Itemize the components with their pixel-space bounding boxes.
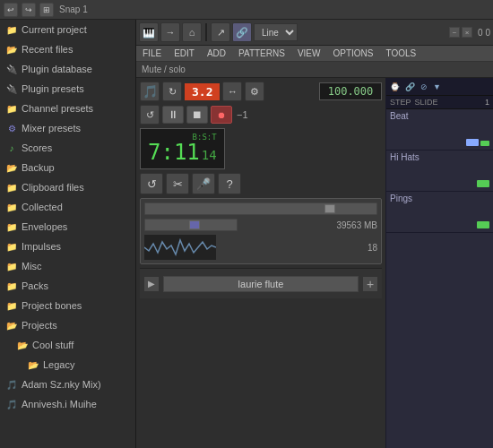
- sidebar-item-channel-presets[interactable]: 📁 Channel presets: [0, 99, 135, 118]
- sidebar-item-legacy[interactable]: 📂 Legacy: [0, 355, 135, 375]
- folder-icon: 📁: [5, 102, 18, 115]
- link-icon: 🔗: [405, 82, 415, 91]
- link-tool-button[interactable]: 🔗: [232, 22, 252, 42]
- channel-strip-header: ⌚ 🔗 ⊘ ▼: [386, 78, 493, 96]
- sidebar-item-adam-sz[interactable]: 🎵 Adam Sz.nky Mix): [0, 375, 135, 394]
- mic-button[interactable]: 🎤: [192, 173, 215, 194]
- redo-button[interactable]: ↪: [22, 3, 36, 17]
- sidebar-item-plugin-database[interactable]: 🔌 Plugin database: [0, 59, 135, 79]
- main-slider[interactable]: [144, 202, 377, 215]
- right-panel: 🎹 → ⌂ ↗ 🔗 Line − × 0 0 FILE: [136, 20, 493, 448]
- menu-file[interactable]: FILE: [140, 47, 164, 59]
- sidebar-item-label: Project bones: [22, 300, 82, 311]
- menu-edit[interactable]: EDIT: [171, 47, 197, 59]
- undo-button[interactable]: ↩: [4, 3, 18, 17]
- minus-label: −1: [237, 109, 248, 120]
- transport-controls-row: ↺ ⏸ ⏹ ⏺ −1: [140, 105, 382, 125]
- reset-button[interactable]: ↺: [140, 173, 163, 194]
- instrument-label: laurie flute: [163, 276, 359, 292]
- sidebar-item-mixer-presets[interactable]: ⚙ Mixer presets: [0, 118, 135, 138]
- help-button[interactable]: ?: [218, 173, 241, 194]
- beat-note: [466, 139, 479, 146]
- piano-tool-button[interactable]: 🎹: [139, 22, 159, 42]
- folder-icon: 📁: [5, 240, 18, 253]
- stamp-tool-button[interactable]: ⌂: [182, 22, 202, 42]
- sidebar-item-projects[interactable]: 📂 Projects: [0, 315, 135, 335]
- arrow-tool-button[interactable]: →: [160, 22, 180, 42]
- sidebar-item-project-bones[interactable]: 📁 Project bones: [0, 296, 135, 315]
- sidebar-item-label: Current project: [22, 24, 87, 35]
- loop-toggle-button[interactable]: ↺: [140, 105, 160, 125]
- line-selector[interactable]: Line: [254, 23, 298, 41]
- folder-icon: 📁: [5, 299, 18, 312]
- sidebar-item-annivesh[interactable]: 🎵 Annivesh.i Muihe: [0, 394, 135, 414]
- down-icon: ▼: [433, 82, 441, 91]
- sidebar-item-cool-stuff[interactable]: 📂 Cool stuff: [0, 335, 135, 355]
- sidebar-item-label: Adam Sz.nky Mix): [22, 379, 101, 390]
- window-minus-button[interactable]: −: [449, 27, 460, 38]
- sidebar-item-current-project[interactable]: 📁 Current project: [0, 20, 135, 39]
- hi-hats-note: [477, 180, 489, 187]
- loop-button[interactable]: ↻: [162, 82, 182, 101]
- sidebar-item-collected[interactable]: 📁 Collected: [0, 197, 135, 217]
- menu-tools[interactable]: TOOLS: [383, 47, 419, 59]
- top-bar: ↩ ↪ ⊞ Snap 1: [0, 0, 493, 20]
- stop-button[interactable]: ⏹: [186, 106, 208, 124]
- play-small-button[interactable]: ▶: [143, 276, 160, 292]
- slider-row-3: 18: [144, 235, 377, 260]
- toolbar-area: 🎹 → ⌂ ↗ 🔗 Line − × 0 0: [136, 20, 493, 46]
- sidebar-item-packs[interactable]: 📁 Packs: [0, 276, 135, 296]
- sidebar: 📁 Current project 📂 Recent files 🔌 Plugi…: [0, 20, 136, 448]
- channel-item-beat: Beat: [386, 109, 493, 151]
- folder-icon: 📂: [5, 43, 18, 56]
- metronome-button[interactable]: 🎵: [140, 82, 160, 101]
- sidebar-item-scores[interactable]: ♪ Scores: [0, 138, 135, 158]
- window-close-button[interactable]: ×: [462, 27, 472, 38]
- memory-value: 563 MB: [347, 220, 377, 230]
- sidebar-item-label: Projects: [22, 320, 57, 331]
- pause-button[interactable]: ⏸: [162, 106, 184, 124]
- sidebar-item-recent-files[interactable]: 📂 Recent files: [0, 39, 135, 59]
- loop2-button[interactable]: ↔: [222, 82, 242, 101]
- sidebar-item-impulses[interactable]: 📁 Impulses: [0, 237, 135, 256]
- menu-view[interactable]: VIEW: [295, 47, 324, 59]
- sidebar-item-clipboard-files[interactable]: 📁 Clipboard files: [0, 177, 135, 197]
- menu-options[interactable]: OPTIONS: [330, 47, 376, 59]
- extra-value: 18: [368, 243, 377, 253]
- progress-value: 39: [336, 220, 346, 230]
- menu-add[interactable]: ADD: [204, 47, 229, 59]
- sidebar-item-label: Clipboard files: [22, 182, 84, 193]
- channel-item-hi-hats: Hi Hats: [386, 151, 493, 192]
- add-instrument-button[interactable]: +: [362, 276, 378, 292]
- step-label: STEP: [390, 98, 411, 107]
- sidebar-item-label: Misc: [22, 261, 42, 271]
- bpm-display: 100.000: [319, 82, 382, 100]
- menu-patterns[interactable]: PATTERNS: [236, 47, 288, 59]
- channel-item-pings: Pings: [386, 192, 493, 233]
- time-display: B:S:T 7:11 14: [140, 128, 225, 169]
- sidebar-item-label: Packs: [22, 280, 48, 291]
- beat-note-small: [480, 141, 489, 146]
- menu-bar: FILE EDIT ADD PATTERNS VIEW OPTIONS TOOL…: [136, 46, 493, 62]
- audio-file-icon: 🎵: [5, 398, 18, 410]
- settings-button[interactable]: ⚙: [245, 82, 264, 101]
- sidebar-item-envelopes[interactable]: 📁 Envelopes: [0, 217, 135, 237]
- sidebar-item-label: Recent files: [22, 44, 73, 55]
- scissors-button[interactable]: ✂: [166, 173, 189, 194]
- sidebar-item-plugin-presets[interactable]: 🔌 Plugin presets: [0, 79, 135, 99]
- folder-icon: 📁: [5, 181, 18, 194]
- sidebar-item-label: Backup: [22, 162, 55, 173]
- channel-name-pings: Pings: [390, 194, 489, 203]
- mute-icon: ⊘: [420, 82, 428, 91]
- status-bar: Mute / solo: [136, 62, 493, 78]
- audio-file-icon: 🎵: [5, 378, 18, 391]
- bend-tool-button[interactable]: ↗: [211, 22, 230, 42]
- channel-strip: ⌚ 🔗 ⊘ ▼ STEP SLIDE 1 Beat: [385, 78, 493, 448]
- sidebar-item-misc[interactable]: 📁 Misc: [0, 256, 135, 276]
- record-button[interactable]: ⏺: [211, 106, 232, 124]
- channel-name-hi-hats: Hi Hats: [390, 152, 489, 162]
- sub-slider[interactable]: [144, 219, 238, 231]
- snap-button[interactable]: ⊞: [39, 3, 54, 17]
- plugin-icon: 🔌: [5, 82, 18, 95]
- sidebar-item-backup[interactable]: 📂 Backup: [0, 158, 135, 177]
